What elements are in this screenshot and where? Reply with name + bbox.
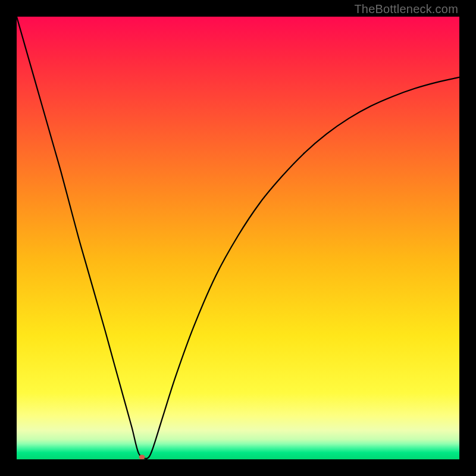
chart-background <box>17 17 459 459</box>
chart-frame <box>17 17 459 459</box>
watermark-text: TheBottleneck.com <box>354 2 458 16</box>
optimum-marker <box>139 455 145 459</box>
bottleneck-chart <box>17 17 459 459</box>
